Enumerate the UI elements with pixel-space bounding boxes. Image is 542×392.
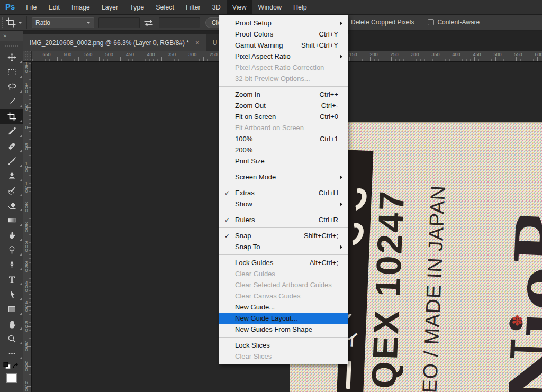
menu-item-proof-colors[interactable]: Proof ColorsCtrl+Y bbox=[219, 29, 348, 40]
menu-item-pixel-aspect-ratio[interactable]: Pixel Aspect Ratio bbox=[219, 51, 348, 62]
ruler-tick-label: 5 0 bbox=[23, 104, 30, 111]
menu-item-lock-slices[interactable]: Lock Slices bbox=[219, 340, 348, 351]
history-brush-icon bbox=[7, 186, 16, 195]
tool-hand[interactable] bbox=[0, 316, 23, 331]
swap-width-height-icon[interactable] bbox=[143, 19, 155, 27]
tool-lasso[interactable] bbox=[0, 79, 23, 94]
menu-item-shortcut: Ctrl+Y bbox=[319, 30, 338, 38]
gradient-icon bbox=[7, 216, 16, 225]
tool-dodge[interactable] bbox=[0, 242, 23, 257]
content-aware-label: Content-Aware bbox=[437, 19, 480, 26]
menu-item-zoom-in[interactable]: Zoom InCtrl++ bbox=[219, 89, 348, 100]
menu-item-fit-on-screen[interactable]: Fit on ScreenCtrl+0 bbox=[219, 111, 348, 122]
tool-clone-stamp[interactable] bbox=[0, 168, 23, 183]
submenu-arrow-icon bbox=[340, 54, 342, 59]
tool-edit-toolbar[interactable] bbox=[0, 346, 23, 361]
brush-icon bbox=[7, 157, 16, 166]
ruler-origin-box[interactable] bbox=[23, 51, 32, 62]
title-lettering-text: NieR bbox=[493, 215, 542, 392]
menubar-item-type[interactable]: Type bbox=[124, 0, 150, 14]
tool-zoom[interactable] bbox=[0, 331, 23, 346]
menubar-item-edit[interactable]: Edit bbox=[43, 0, 66, 14]
menu-item-label: Fit Artboard on Screen bbox=[235, 124, 304, 132]
menu-item-new-guide[interactable]: New Guide... bbox=[219, 302, 348, 313]
menu-item-label: Rulers bbox=[235, 216, 255, 224]
menu-item-zoom-out[interactable]: Zoom OutCtrl+- bbox=[219, 100, 348, 111]
menubar-item-layer[interactable]: Layer bbox=[96, 0, 124, 14]
menu-item-proof-setup[interactable]: Proof Setup bbox=[219, 17, 348, 29]
menu-item-print-size[interactable]: Print Size bbox=[219, 156, 348, 167]
tab-close-icon[interactable]: × bbox=[195, 39, 200, 47]
toolbar-grip[interactable] bbox=[5, 45, 18, 47]
tool-type[interactable] bbox=[0, 272, 23, 287]
tool-pen[interactable] bbox=[0, 257, 23, 272]
menu-item-gamut-warning[interactable]: Gamut WarningShift+Ctrl+Y bbox=[219, 40, 348, 51]
tool-smudge[interactable] bbox=[0, 227, 23, 242]
chevron-down-icon[interactable] bbox=[18, 22, 22, 24]
menu-item-snap[interactable]: ✓SnapShift+Ctrl+; bbox=[219, 230, 348, 241]
tool-bar: » bbox=[0, 31, 23, 392]
menubar-item-window[interactable]: Window bbox=[252, 0, 287, 14]
ruler-tick-label: 4 0 0 bbox=[23, 281, 30, 292]
tool-flyout-indicator bbox=[20, 283, 22, 285]
menu-section: ✓RulersCtrl+R bbox=[219, 212, 348, 225]
tool-crop[interactable] bbox=[0, 109, 23, 124]
menu-item-label: 32-bit Preview Options... bbox=[235, 75, 310, 83]
tool-spot-healing-brush[interactable] bbox=[0, 139, 23, 153]
zoom-icon bbox=[7, 334, 16, 343]
content-aware-checkbox[interactable] bbox=[428, 19, 434, 25]
menu-item-show[interactable]: Show bbox=[219, 198, 348, 209]
menubar-item-image[interactable]: Image bbox=[66, 0, 96, 14]
path-select-icon bbox=[7, 290, 16, 299]
ruler-tick-label: 350 bbox=[168, 52, 176, 57]
menu-item-label: Print Size bbox=[235, 157, 265, 165]
ruler-tick-label: 6 5 0 bbox=[23, 380, 30, 391]
menubar-item-filter[interactable]: Filter bbox=[180, 0, 206, 14]
tool-gradient[interactable] bbox=[0, 213, 23, 227]
divider bbox=[26, 16, 27, 29]
ruler-tick-label: 550 bbox=[84, 52, 92, 57]
menubar-item-select[interactable]: Select bbox=[150, 0, 180, 14]
submenu-arrow-icon bbox=[340, 175, 342, 179]
swap-colors-icon[interactable] bbox=[12, 362, 20, 371]
tool-path-selection[interactable] bbox=[0, 287, 23, 302]
menu-item-lock-guides[interactable]: Lock GuidesAlt+Ctrl+; bbox=[219, 257, 348, 268]
tool-flyout-indicator bbox=[20, 135, 22, 137]
default-colors-icon[interactable] bbox=[3, 362, 11, 371]
menu-item-label: Screen Mode bbox=[235, 173, 276, 181]
ratio-select[interactable]: Ratio bbox=[32, 17, 94, 28]
menu-item-screen-mode[interactable]: Screen Mode bbox=[219, 171, 348, 183]
menu-item-new-guide-layout[interactable]: New Guide Layout... bbox=[219, 313, 348, 324]
ruler-tick-label: 1 0 0 bbox=[23, 162, 30, 173]
tool-rectangular-marquee[interactable] bbox=[0, 65, 23, 79]
menu-item-shortcut: Shift+Ctrl+Y bbox=[301, 41, 338, 49]
ruler-tick-label: 450 bbox=[473, 52, 481, 57]
menubar-item-3d[interactable]: 3D bbox=[206, 0, 227, 14]
toolbar-expand-button[interactable]: » bbox=[0, 31, 23, 41]
document-tab[interactable]: IMG_20210608_0002.png @ 66.3% (Layer 0, … bbox=[23, 34, 206, 51]
menu-item-rulers[interactable]: ✓RulersCtrl+R bbox=[219, 214, 348, 225]
menubar-item-help[interactable]: Help bbox=[287, 0, 313, 14]
crop-width-input[interactable] bbox=[98, 17, 140, 28]
tool-eyedropper[interactable] bbox=[0, 124, 23, 139]
menu-section: Zoom InCtrl++Zoom OutCtrl+-Fit on Screen… bbox=[219, 86, 348, 167]
tool-rectangle-shape[interactable] bbox=[0, 302, 23, 316]
menu-item-200[interactable]: 200% bbox=[219, 144, 348, 156]
tool-eraser[interactable] bbox=[0, 198, 23, 213]
tool-move[interactable] bbox=[0, 50, 23, 65]
crop-height-input[interactable] bbox=[159, 17, 200, 28]
tool-magic-wand[interactable] bbox=[0, 94, 23, 109]
menubar-item-view[interactable]: View bbox=[227, 0, 252, 14]
menu-item-100[interactable]: 100%Ctrl+1 bbox=[219, 133, 348, 144]
foreground-color-swatch[interactable] bbox=[6, 373, 17, 383]
checkmark-icon: ✓ bbox=[224, 189, 235, 197]
menu-item-extras[interactable]: ✓ExtrasCtrl+H bbox=[219, 187, 348, 198]
menu-item-snap-to[interactable]: Snap To bbox=[219, 241, 348, 252]
menubar-item-file[interactable]: File bbox=[20, 0, 42, 14]
tool-brush[interactable] bbox=[0, 153, 23, 168]
ruler-tick-label: 1 0 0 bbox=[23, 82, 30, 93]
tool-history-brush[interactable] bbox=[0, 183, 23, 198]
ruler-tick-label: 150 bbox=[349, 52, 357, 57]
menu-item-new-guides-from-shape[interactable]: New Guides From Shape bbox=[219, 324, 348, 335]
options-right-group: Delete Cropped Pixels Content-Aware bbox=[341, 19, 480, 26]
